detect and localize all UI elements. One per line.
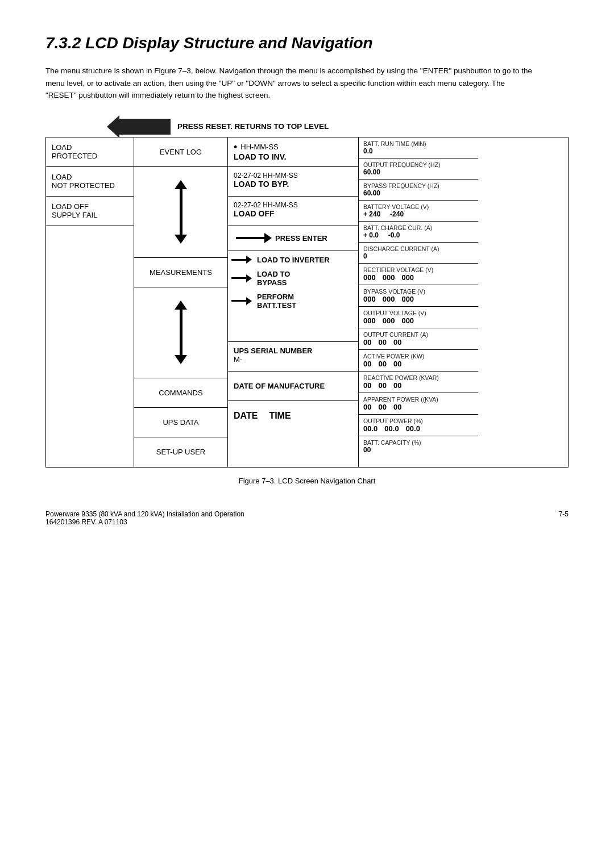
batt-capacity-value: 00 [363, 446, 474, 454]
meas-batt-run-time: BATT. RUN TIME (MIN) 0.0 [359, 137, 478, 158]
figure-caption: Figure 7–3. LCD Screen Navigation Chart [239, 477, 376, 485]
load-to-byp-label: LOAD TO BYP. [234, 180, 352, 189]
press-enter-arrow-icon [236, 233, 272, 243]
batt-voltage-label: BATTERY VOLTAGE (V) [363, 203, 474, 210]
arrow-line-1 [180, 189, 182, 235]
col2-event-log: EVENT LOG [134, 137, 227, 167]
meas-batt-capacity: BATT. CAPACITY (%) 00 [359, 436, 478, 457]
reactive-power-value: 000000 [363, 381, 474, 390]
status-load-off-supply: LOAD OFFSUPPLY FAIL [46, 197, 134, 226]
arrow-line-2 [180, 310, 182, 355]
output-voltage-value: 000000000 [363, 316, 474, 325]
event-log-label: EVENT LOG [160, 148, 202, 156]
col3-load-to-byp: 02-27-02 HH-MM-SS LOAD TO BYP. [228, 167, 358, 197]
meas-batt-charge-cur: BATT. CHARGE CUR. (A) + 0.0 -0.0 [359, 222, 478, 243]
meas-discharge-current: DISCHARGE CURRENT (A) 0 [359, 243, 478, 264]
rectifier-voltage-value: 000000000 [363, 273, 474, 282]
column-1-status: LOADPROTECTED LOADNOT PROTECTED LOAD OFF… [46, 137, 134, 467]
load-off-label: LOAD OFF [234, 209, 352, 218]
output-power-pct-label: OUTPUT POWER (%) [363, 418, 474, 424]
status-load-not-protected: LOADNOT PROTECTED [46, 167, 134, 197]
footer-product: Powerware 9335 (80 kVA and 120 kVA) Inst… [45, 510, 244, 518]
navigation-diagram: LOADPROTECTED LOADNOT PROTECTED LOAD OFF… [45, 137, 569, 468]
meas-batt-voltage: BATTERY VOLTAGE (V) + 240 -240 [359, 201, 478, 222]
batt-run-time-label: BATT. RUN TIME (MIN) [363, 140, 474, 147]
commands-label: COMMANDS [159, 389, 202, 397]
col2-measurements: MEASUREMENTS [134, 258, 227, 287]
date-hhmm-1: 02-27-02 HH-MM-SS [234, 172, 352, 180]
bypass-freq-value: 60.00 [363, 189, 474, 197]
left-arrow-block [119, 119, 171, 135]
col2-commands: COMMANDS [134, 378, 227, 408]
column-3-submenu: • HH-MM-SS LOAD TO INV. 02-27-02 HH-MM-S… [228, 137, 359, 467]
press-enter-label: PRESS ENTER [275, 234, 327, 243]
apparent-power-label: APPARENT POWER ((KVA) [363, 396, 474, 403]
discharge-current-label: DISCHARGE CURRENT (A) [363, 245, 474, 252]
press-reset-row: PRESS RESET. RETURNS TO TOP LEVEL [119, 119, 329, 135]
col2-ups-data: UPS DATA [134, 408, 227, 437]
reactive-power-label: REACTIVE POWER (KVAR) [363, 374, 474, 381]
arrow-down-icon-2 [175, 355, 187, 364]
date-hhmm-2: 02-27-02 HH-MM-SS [234, 201, 352, 209]
meas-output-freq: OUTPUT FREQUENCY (HZ) 60.00 [359, 158, 478, 180]
command-load-to-bypass: LOAD TOBYPASS [231, 270, 355, 287]
output-current-value: 000000 [363, 338, 474, 347]
bypass-voltage-value: 000000000 [363, 295, 474, 303]
measurements-label: MEASUREMENTS [150, 268, 212, 277]
discharge-current-value: 0 [363, 252, 474, 260]
column-2-menu: EVENT LOG MEASUREMENTS [134, 137, 228, 467]
setup-user-label: SET-UP USER [156, 448, 205, 456]
time-label: TIME [269, 411, 291, 421]
col3-press-enter: PRESS ENTER [228, 226, 358, 251]
arrow-up-icon [175, 180, 187, 189]
date-label: DATE [234, 411, 258, 421]
column-4-measurements: BATT. RUN TIME (MIN) 0.0 OUTPUT FREQUENC… [359, 137, 478, 467]
col3-date-of-mfg: DATE OF MANUFACTURE [228, 372, 358, 401]
col2-arrow-up-down-1 [134, 167, 227, 258]
footer-doc-number: 164201396 REV. A 071103 [45, 518, 244, 526]
meas-output-current: OUTPUT CURRENT (A) 000000 [359, 328, 478, 350]
footer-page-number: 7-5 [559, 510, 569, 526]
batt-capacity-label: BATT. CAPACITY (%) [363, 439, 474, 446]
meas-active-power: ACTIVE POWER (kW) 000000 [359, 350, 478, 372]
bullet-icon: • [234, 142, 237, 152]
col3-ups-serial: UPS SERIAL NUMBER M- [228, 342, 358, 372]
load-to-inv-label: LOAD TO INV. [234, 152, 352, 161]
reset-arrow-icon [119, 119, 171, 135]
meas-apparent-power: APPARENT POWER ((KVA) 000000 [359, 393, 478, 415]
col2-arrow-up-down-2 [134, 287, 227, 378]
meas-rectifier-voltage: RECTIFIER VOLTAGE (V) 000000000 [359, 264, 478, 285]
output-freq-value: 60.00 [363, 168, 474, 176]
cmd-load-to-inverter: LOAD TO INVERTER [257, 256, 330, 264]
batt-voltage-value: + 240 -240 [363, 210, 474, 218]
ups-data-label: UPS DATA [163, 418, 198, 427]
ups-serial-label: UPS SERIAL NUMBER [234, 347, 352, 355]
bidir-arrow-1 [175, 180, 187, 244]
meas-bypass-voltage: BYPASS VOLTAGE (V) 000000000 [359, 285, 478, 307]
output-power-pct-value: 00.000.000.0 [363, 424, 474, 433]
col3-load-off: 02-27-02 HH-MM-SS LOAD OFF [228, 197, 358, 226]
batt-charge-cur-value: + 0.0 -0.0 [363, 231, 474, 239]
date-of-manufacture-label: DATE OF MANUFACTURE [234, 382, 325, 390]
col3-commands-block: LOAD TO INVERTER LOAD TOBYPASS PERFORMBA… [228, 251, 358, 342]
meas-output-voltage: OUTPUT VOLTAGE (V) 000000000 [359, 307, 478, 328]
meas-bypass-freq: BYPASS FREQUENCY (HZ) 60.00 [359, 180, 478, 201]
hh-mm-ss-1: HH-MM-SS [240, 143, 278, 151]
page-title: 7.3.2 LCD Display Structure and Navigati… [45, 34, 569, 52]
col1-filler [46, 226, 134, 467]
batt-run-time-value: 0.0 [363, 147, 474, 155]
footer: Powerware 9335 (80 kVA and 120 kVA) Inst… [45, 510, 569, 526]
intro-paragraph: The menu structure is shown in Figure 7–… [45, 65, 534, 102]
arrow-up-icon-2 [175, 301, 187, 310]
command-load-to-inverter: LOAD TO INVERTER [231, 256, 355, 264]
arrow-perform-batt-icon [231, 297, 252, 305]
batt-charge-cur-label: BATT. CHARGE CUR. (A) [363, 224, 474, 231]
col3-date-time: DATE TIME [228, 401, 358, 431]
arrow-load-to-bypass-icon [231, 274, 252, 282]
status-load-protected: LOADPROTECTED [46, 137, 134, 167]
output-current-label: OUTPUT CURRENT (A) [363, 331, 474, 338]
bypass-voltage-label: BYPASS VOLTAGE (V) [363, 288, 474, 295]
diagram-wrapper: PRESS RESET. RETURNS TO TOP LEVEL LOADPR… [45, 119, 569, 499]
output-freq-label: OUTPUT FREQUENCY (HZ) [363, 161, 474, 168]
cmd-perform: PERFORMBATT.TEST [257, 293, 296, 310]
